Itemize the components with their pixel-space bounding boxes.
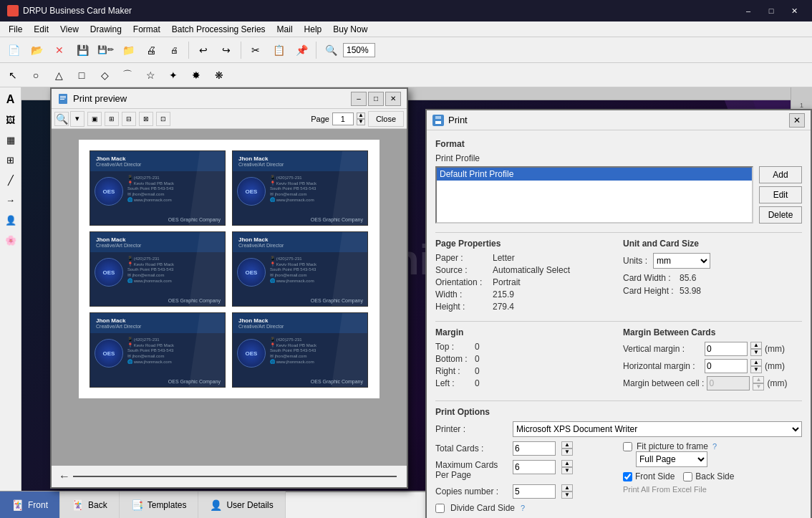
width-row: Width : 215.9 (435, 289, 614, 299)
menu-edit[interactable]: Edit (28, 23, 54, 36)
save-button[interactable]: 💾 (72, 40, 93, 60)
preview-minimize[interactable]: – (351, 92, 367, 106)
minimize-button[interactable]: – (738, 4, 759, 18)
vertical-down[interactable]: ▼ (750, 349, 762, 356)
printer-select[interactable]: Microsoft XPS Document Writer (513, 421, 802, 437)
delete-profile-button[interactable]: Delete (759, 206, 802, 224)
page-down[interactable]: ▼ (357, 119, 365, 125)
print-button[interactable]: 🖨 (140, 40, 162, 60)
save-as-button[interactable]: 💾✏ (95, 40, 116, 60)
dialog-close-button[interactable]: ✕ (789, 113, 805, 128)
edit-profile-button[interactable]: Edit (759, 186, 802, 203)
menu-format[interactable]: Format (127, 23, 166, 36)
menu-view[interactable]: View (54, 23, 84, 36)
max-cards-up[interactable]: ▲ (561, 460, 573, 467)
profile-item-default[interactable]: Default Print Profile (437, 168, 752, 181)
zoom-dropdown[interactable]: ▾ (70, 111, 84, 127)
units-select[interactable]: mm in cm (653, 253, 710, 269)
total-cards-up[interactable]: ▲ (561, 441, 573, 449)
close-doc-button[interactable]: ✕ (49, 40, 70, 60)
zoom-in-button[interactable]: 🔍 (54, 112, 69, 126)
divide-card-help[interactable]: ? (521, 504, 525, 512)
import-button[interactable]: 📁 (117, 40, 139, 60)
zoom-out-button[interactable]: 🔍 (320, 40, 342, 60)
horizontal-margin-input[interactable] (705, 359, 748, 373)
menu-file[interactable]: File (3, 23, 28, 36)
burst-tool[interactable]: ✸ (186, 66, 206, 85)
profile-list[interactable]: Default Print Profile (435, 166, 753, 224)
open-button[interactable]: 📂 (26, 40, 47, 60)
menu-drawing[interactable]: Drawing (84, 23, 127, 36)
menu-mail[interactable]: Mail (271, 23, 299, 36)
tab-front[interactable]: 🃏 Front (0, 491, 60, 518)
menu-help[interactable]: Help (299, 23, 328, 36)
cell-down[interactable]: ▼ (753, 383, 764, 390)
front-side-checkbox[interactable] (623, 472, 632, 481)
horizontal-down[interactable]: ▼ (750, 366, 762, 373)
paste-button[interactable]: 📌 (291, 40, 312, 60)
copies-down[interactable]: ▼ (561, 491, 573, 499)
image-tool[interactable]: 🖼 (1, 110, 20, 129)
menu-buy[interactable]: Buy Now (327, 23, 373, 36)
preview-maximize[interactable]: □ (368, 92, 384, 106)
copy-button[interactable]: 📋 (268, 40, 289, 60)
print2-button[interactable]: 🖨 (163, 40, 185, 60)
cell-up[interactable]: ▲ (753, 376, 764, 383)
qr-tool[interactable]: ⊞ (1, 150, 20, 169)
cut-button[interactable]: ✂ (245, 40, 266, 60)
view-single[interactable]: ▣ (87, 112, 102, 126)
redo-button[interactable]: ↪ (216, 40, 237, 60)
total-cards-input[interactable] (513, 441, 556, 456)
total-cards-down[interactable]: ▼ (561, 449, 573, 456)
triangle-tool[interactable]: △ (49, 66, 69, 85)
horizontal-margin-row: Horizontal margin : ▲ ▼ (mm) (623, 359, 802, 373)
close-button[interactable]: ✕ (783, 4, 805, 18)
tab-back[interactable]: 🃏 Back (60, 491, 120, 518)
view-triple[interactable]: ⊟ (122, 112, 136, 126)
line-tool[interactable]: ╱ (1, 171, 20, 189)
max-cards-input[interactable] (513, 460, 556, 474)
new-button[interactable]: 📄 (3, 40, 24, 60)
cell-margin-input[interactable] (707, 376, 750, 390)
horizontal-up[interactable]: ▲ (750, 359, 762, 366)
dialog-title-left: Print (432, 115, 468, 126)
page-number-input[interactable]: 1 (332, 112, 354, 125)
copies-input[interactable] (513, 484, 556, 499)
view-double[interactable]: ⊞ (105, 112, 119, 126)
curve-tool[interactable]: ⌒ (117, 66, 137, 85)
menu-batch[interactable]: Batch Processing Series (166, 23, 271, 36)
add-profile-button[interactable]: Add (759, 166, 802, 183)
tab-user-details[interactable]: 👤 User Details (198, 491, 285, 518)
maximize-button[interactable]: □ (760, 4, 782, 18)
rect-tool[interactable]: □ (72, 66, 92, 85)
star5-tool[interactable]: ☆ (140, 66, 160, 85)
full-page-select[interactable]: Full Page (636, 451, 707, 467)
tab-templates[interactable]: 📑 Templates (120, 491, 199, 518)
flower-tool[interactable]: ❋ (209, 66, 229, 85)
undo-button[interactable]: ↩ (193, 40, 214, 60)
fit-picture-checkbox[interactable] (623, 442, 632, 451)
text-tool[interactable]: A (1, 90, 20, 109)
menu-bar: File Edit View Drawing Format Batch Proc… (0, 21, 812, 37)
close-preview-button[interactable]: Close (368, 111, 404, 127)
back-side-checkbox[interactable] (683, 472, 692, 481)
vertical-margin-input[interactable] (705, 342, 748, 356)
vertical-up[interactable]: ▲ (750, 342, 762, 349)
copies-up[interactable]: ▲ (561, 484, 573, 491)
view-fit[interactable]: ⊡ (156, 112, 170, 126)
diamond-tool[interactable]: ◇ (95, 66, 115, 85)
pointer-tool[interactable]: ↖ (3, 66, 23, 85)
circle-tool[interactable]: ○ (26, 66, 46, 85)
star4-tool[interactable]: ✦ (163, 66, 183, 85)
zoom-input[interactable]: 150% (343, 43, 375, 57)
photo-tool[interactable]: 👤 (1, 211, 20, 229)
max-cards-down[interactable]: ▼ (561, 467, 573, 474)
barcode-tool[interactable]: ▦ (1, 130, 20, 149)
divide-card-checkbox[interactable] (435, 504, 445, 513)
view-quad[interactable]: ⊠ (139, 112, 153, 126)
vertical-margin-row: Vertical margin : ▲ ▼ (mm) (623, 342, 802, 356)
fit-picture-help[interactable]: ? (712, 442, 717, 451)
preview-close[interactable]: ✕ (385, 92, 401, 106)
clip-art-tool[interactable]: 🌸 (1, 231, 20, 249)
arrow-tool[interactable]: → (1, 191, 20, 209)
